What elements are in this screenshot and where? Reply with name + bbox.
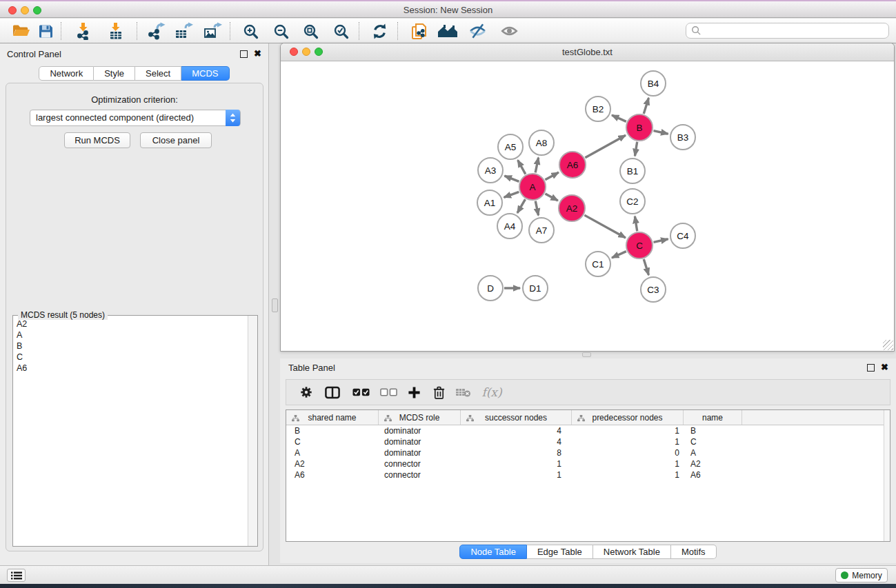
table-cell[interactable]: A6 xyxy=(286,469,379,480)
refresh-view-icon[interactable] xyxy=(367,21,392,41)
memory-button[interactable]: Memory xyxy=(835,568,888,582)
graph-node-A5[interactable]: A5 xyxy=(497,134,524,160)
vertical-splitter-grip[interactable] xyxy=(272,298,278,312)
table-cell[interactable]: 1 xyxy=(572,436,684,447)
function-builder-icon[interactable]: f(x) xyxy=(478,380,506,405)
graph-edge-B-B4[interactable] xyxy=(644,98,648,114)
tab-node-table[interactable]: Node Table xyxy=(459,545,527,559)
deselect-all-columns-icon[interactable] xyxy=(377,380,399,405)
table-cell[interactable]: connector xyxy=(379,469,461,480)
close-panel-icon[interactable]: ✖ xyxy=(254,48,261,59)
tab-mcds[interactable]: MCDS xyxy=(181,66,229,81)
table-cell[interactable]: A6 xyxy=(684,469,742,480)
table-row[interactable]: A2connector11A2 xyxy=(286,458,890,469)
hide-selected-eye-icon[interactable] xyxy=(465,21,490,41)
table-cell[interactable]: A xyxy=(286,447,379,458)
import-network-icon[interactable] xyxy=(71,21,96,41)
table-cell[interactable]: B xyxy=(684,425,742,436)
graph-node-B3[interactable]: B3 xyxy=(670,124,696,150)
graph-node-C4[interactable]: C4 xyxy=(670,223,696,249)
table-cell[interactable]: connector xyxy=(379,458,461,469)
split-panel-icon[interactable] xyxy=(322,380,343,405)
graph-edge-A-A4[interactable] xyxy=(517,199,525,213)
graph-node-B[interactable]: B xyxy=(626,114,653,141)
export-image-icon[interactable] xyxy=(200,21,225,41)
graph-edge-C-C1[interactable] xyxy=(612,252,626,258)
delete-columns-icon[interactable] xyxy=(428,380,449,405)
table-cell[interactable]: 4 xyxy=(461,425,572,436)
graph-edge-A-A6[interactable] xyxy=(545,172,558,180)
mcds-list-scrollbar[interactable] xyxy=(248,316,257,546)
tab-edge-table[interactable]: Edge Table xyxy=(527,545,593,559)
column-header-shared-name[interactable]: shared name xyxy=(286,410,379,425)
table-cell[interactable]: A2 xyxy=(286,458,379,469)
window-resize-grip[interactable] xyxy=(883,340,893,350)
network-window-titlebar[interactable]: testGlobe.txt xyxy=(281,43,894,61)
table-cell[interactable]: B xyxy=(286,425,379,436)
mcds-result-item[interactable]: A2 xyxy=(14,318,247,330)
export-table-icon[interactable] xyxy=(171,21,196,41)
zoom-out-icon[interactable] xyxy=(268,21,293,41)
table-cell[interactable]: 1 xyxy=(572,425,684,436)
task-history-button[interactable] xyxy=(7,569,26,582)
show-selected-eye-icon[interactable] xyxy=(497,21,521,41)
table-scrollbar[interactable] xyxy=(884,410,890,541)
zoom-in-icon[interactable] xyxy=(238,21,263,41)
mcds-result-item[interactable]: A6 xyxy=(14,363,247,374)
table-row[interactable]: Adominator80A xyxy=(286,447,890,458)
graph-node-B2[interactable]: B2 xyxy=(585,96,611,122)
export-network-icon[interactable] xyxy=(143,21,168,41)
table-cell[interactable]: C xyxy=(286,436,379,447)
open-file-icon[interactable] xyxy=(8,21,33,41)
tab-network-table[interactable]: Network Table xyxy=(593,545,671,559)
search-input[interactable] xyxy=(686,23,889,39)
graph-edge-A-A7[interactable] xyxy=(535,201,538,216)
graph-node-A1[interactable]: A1 xyxy=(477,190,503,216)
graph-node-D1[interactable]: D1 xyxy=(522,275,548,301)
close-table-panel-icon[interactable]: ✖ xyxy=(881,362,888,372)
graph-edge-B-B2[interactable] xyxy=(612,115,626,121)
show-all-views-icon[interactable] xyxy=(435,21,460,41)
table-cell[interactable]: dominator xyxy=(379,447,461,458)
graph-node-B4[interactable]: B4 xyxy=(640,70,666,97)
graph-edge-C-C3[interactable] xyxy=(644,259,648,275)
graph-node-A8[interactable]: A8 xyxy=(528,130,555,156)
graph-edge-A2-C[interactable] xyxy=(584,215,625,238)
graph-node-A3[interactable]: A3 xyxy=(477,157,504,183)
table-cell[interactable]: 4 xyxy=(461,436,572,447)
delete-table-icon[interactable] xyxy=(453,380,474,405)
table-row[interactable]: Cdominator41C xyxy=(286,436,890,447)
graph-node-C[interactable]: C xyxy=(626,232,653,259)
table-cell[interactable]: 1 xyxy=(461,458,572,469)
table-cell[interactable]: 0 xyxy=(572,447,684,458)
save-session-icon[interactable] xyxy=(33,21,58,41)
column-header-predecessor-nodes[interactable]: predecessor nodes xyxy=(572,410,684,425)
import-table-icon[interactable] xyxy=(103,21,128,41)
table-cell[interactable]: 8 xyxy=(461,447,572,458)
float-panel-icon[interactable] xyxy=(240,50,248,58)
graph-edge-C-C4[interactable] xyxy=(653,239,668,243)
graph-node-B1[interactable]: B1 xyxy=(619,158,646,184)
column-header-mcds-role[interactable]: MCDS role xyxy=(379,410,461,425)
table-cell[interactable]: 1 xyxy=(572,469,684,480)
copy-network-view-icon[interactable] xyxy=(407,21,432,41)
graph-node-A4[interactable]: A4 xyxy=(497,213,523,239)
table-cell[interactable]: 1 xyxy=(572,458,684,469)
zoom-selected-icon[interactable] xyxy=(328,21,353,41)
graph-edge-A-A1[interactable] xyxy=(504,192,519,197)
table-cell[interactable]: C xyxy=(684,436,742,447)
table-row[interactable]: Bdominator41B xyxy=(286,425,890,436)
tab-style[interactable]: Style xyxy=(94,66,135,81)
horizontal-splitter-grip[interactable] xyxy=(582,352,591,357)
tab-motifs[interactable]: Motifs xyxy=(671,545,717,559)
table-cell[interactable]: A xyxy=(684,447,742,458)
column-header-name[interactable]: name xyxy=(684,410,742,425)
tab-network[interactable]: Network xyxy=(39,66,94,81)
graph-node-C3[interactable]: C3 xyxy=(640,276,666,303)
table-cell[interactable]: A2 xyxy=(684,458,742,469)
table-row[interactable]: A6connector11A6 xyxy=(286,469,890,480)
graph-edge-C-C2[interactable] xyxy=(635,216,637,232)
graph-node-A2[interactable]: A2 xyxy=(558,194,586,222)
table-cell[interactable]: dominator xyxy=(379,425,461,436)
create-new-column-icon[interactable] xyxy=(404,380,424,405)
